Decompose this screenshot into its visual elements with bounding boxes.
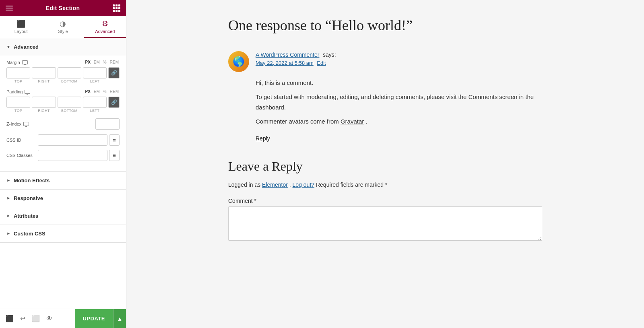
- tab-layout[interactable]: ⬛ Layout: [0, 16, 42, 38]
- motion-effects-chevron: ▼: [6, 179, 10, 183]
- attributes-header[interactable]: ▼ Attributes: [0, 207, 126, 225]
- padding-left-label: LEFT: [90, 109, 99, 113]
- padding-label-row: Padding PX EM % REM: [6, 89, 120, 94]
- margin-unit-switcher: PX EM % REM: [85, 60, 120, 65]
- tab-style[interactable]: ◑ Style: [42, 16, 84, 38]
- padding-unit-px[interactable]: PX: [85, 89, 91, 94]
- custom-css-label: Custom CSS: [14, 231, 45, 237]
- padding-top-input[interactable]: [6, 97, 30, 108]
- margin-link-btn[interactable]: 🔗: [108, 67, 120, 78]
- reply-link[interactable]: Reply: [256, 135, 270, 142]
- leave-reply-section: Leave a Reply Logged in as Elementor . L…: [228, 158, 542, 242]
- tab-layout-label: Layout: [14, 29, 28, 34]
- layers-icon[interactable]: ⬛: [6, 315, 14, 322]
- preview-icon[interactable]: 👁: [46, 315, 53, 322]
- commenter-name[interactable]: A WordPress Commenter: [256, 52, 319, 58]
- margin-unit-percent[interactable]: %: [102, 60, 107, 65]
- motion-effects-header[interactable]: ▼ Motion Effects: [0, 172, 126, 189]
- padding-right-box: RIGHT: [32, 97, 56, 113]
- attributes-label: Attributes: [14, 213, 38, 219]
- grid-icon[interactable]: [113, 4, 120, 12]
- margin-right-box: auto RIGHT: [32, 67, 56, 83]
- tab-advanced-label: Advanced: [95, 29, 115, 34]
- comment-textarea[interactable]: [228, 206, 542, 241]
- advanced-chevron: ▼: [6, 45, 10, 49]
- comment-text-2: To get started with moderating, editing,…: [256, 92, 542, 112]
- padding-unit-em[interactable]: EM: [93, 89, 101, 94]
- history-icon[interactable]: ↩: [20, 315, 25, 322]
- template-icon[interactable]: ⬜: [32, 315, 40, 322]
- margin-right-input[interactable]: auto: [32, 67, 56, 78]
- margin-unit-em[interactable]: EM: [93, 60, 101, 65]
- css-classes-list-btn[interactable]: ≡: [109, 150, 120, 161]
- advanced-icon: ⚙: [102, 20, 108, 27]
- margin-bottom-input[interactable]: -9: [58, 67, 81, 78]
- style-icon: ◑: [60, 20, 66, 27]
- panel-title: Edit Section: [46, 5, 80, 11]
- advanced-section-header[interactable]: ▼ Advanced: [0, 38, 126, 56]
- zindex-row: Z-Index: [6, 118, 120, 130]
- padding-bottom-input[interactable]: [58, 97, 81, 108]
- margin-bottom-label: BOTTOM: [61, 79, 77, 83]
- gravatar-link[interactable]: Gravatar: [341, 118, 364, 125]
- margin-responsive-icon[interactable]: [22, 60, 28, 64]
- zindex-responsive-icon[interactable]: [23, 122, 29, 126]
- zindex-input[interactable]: [95, 118, 120, 130]
- responsive-chevron: ▼: [6, 196, 10, 200]
- custom-css-section: ▼ Custom CSS: [0, 225, 126, 243]
- comment-reply-link: Reply: [256, 135, 270, 142]
- margin-left-label: LEFT: [90, 79, 99, 83]
- css-id-list-btn[interactable]: ≡: [109, 134, 120, 146]
- logged-in-user-link[interactable]: Elementor: [262, 182, 288, 188]
- margin-top-input[interactable]: -9: [6, 67, 30, 78]
- logout-link[interactable]: Log out?: [293, 182, 315, 188]
- padding-label: Padding: [6, 89, 30, 94]
- margin-right-label: RIGHT: [38, 79, 50, 83]
- update-button[interactable]: UPDATE: [75, 309, 113, 328]
- comment-date[interactable]: May 22, 2022 at 5:58 am: [256, 60, 314, 66]
- padding-responsive-icon[interactable]: [25, 90, 30, 94]
- tab-advanced[interactable]: ⚙ Advanced: [84, 16, 126, 38]
- padding-unit-switcher: PX EM % REM: [85, 89, 120, 94]
- margin-label-row: Margin PX EM % REM: [6, 60, 120, 65]
- comment-edit-link[interactable]: Edit: [317, 60, 326, 66]
- comment-field-label: Comment *: [228, 198, 542, 204]
- margin-inputs: -9 TOP auto RIGHT -9 BOTTOM auto: [6, 67, 120, 83]
- avatar: 🌎: [228, 51, 249, 72]
- margin-left-input[interactable]: auto: [83, 67, 107, 78]
- padding-right-label: RIGHT: [38, 109, 50, 113]
- css-classes-label: CSS Classes: [6, 153, 35, 158]
- comment-text-3: Commenter avatars come from Gravatar .: [256, 116, 542, 127]
- comment-info: A WordPress Commenter says: May 22, 2022…: [256, 51, 336, 66]
- update-arrow-button[interactable]: ▲: [113, 309, 126, 328]
- css-id-input[interactable]: [38, 134, 107, 146]
- margin-bottom-box: -9 BOTTOM: [58, 67, 81, 83]
- responsive-section: ▼ Responsive: [0, 190, 126, 207]
- padding-link-btn[interactable]: 🔗: [108, 97, 120, 108]
- margin-top-label: TOP: [14, 79, 22, 83]
- hamburger-icon[interactable]: [6, 6, 13, 10]
- sidebar: Edit Section ⬛ Layout ◑ Style ⚙ Advanced…: [0, 0, 126, 328]
- sidebar-bottom-bar: ⬛ ↩ ⬜ 👁 UPDATE ▲: [0, 309, 126, 328]
- zindex-label: Z-Index: [6, 122, 29, 126]
- responsive-header[interactable]: ▼ Responsive: [0, 190, 126, 207]
- padding-unit-percent[interactable]: %: [102, 89, 107, 94]
- margin-unit-px[interactable]: PX: [85, 60, 91, 65]
- margin-field-row: Margin PX EM % REM -9 TOP: [6, 60, 120, 83]
- padding-left-input[interactable]: [83, 97, 107, 108]
- update-btn-wrap: UPDATE ▲: [75, 309, 126, 328]
- advanced-section-title: Advanced: [14, 44, 39, 50]
- sidebar-header: Edit Section: [0, 0, 126, 16]
- motion-effects-label: Motion Effects: [14, 177, 50, 184]
- padding-right-input[interactable]: [32, 97, 56, 108]
- css-classes-input[interactable]: [38, 150, 107, 161]
- margin-unit-rem[interactable]: REM: [109, 60, 120, 65]
- padding-top-box: TOP: [6, 97, 30, 113]
- padding-unit-rem[interactable]: REM: [109, 89, 120, 94]
- custom-css-header[interactable]: ▼ Custom CSS: [0, 225, 126, 242]
- comment-text: Hi, this is a comment. To get started wi…: [256, 78, 542, 127]
- commenter-says: says:: [323, 52, 336, 58]
- leave-reply-title: Leave a Reply: [228, 158, 542, 175]
- comment-text-1: Hi, this is a comment.: [256, 78, 542, 88]
- layout-icon: ⬛: [17, 20, 25, 27]
